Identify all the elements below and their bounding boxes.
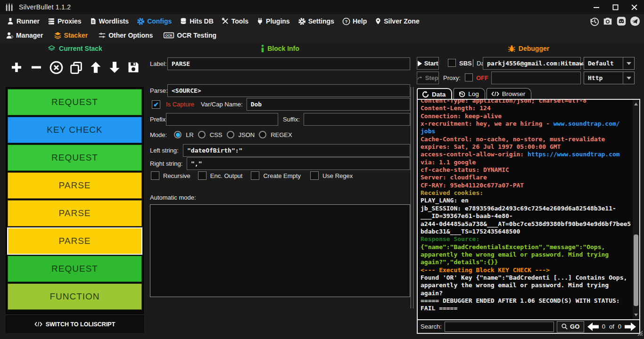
scroll-down-icon[interactable] — [633, 312, 639, 318]
menu-item-wordlists[interactable]: Wordlists — [90, 17, 129, 25]
scrollbar-thumb[interactable] — [634, 234, 638, 306]
log-line: ___ID=39367e61-baab-4e80- — [421, 212, 638, 220]
manager-icon — [6, 32, 14, 39]
sbs-checkbox[interactable] — [448, 59, 456, 67]
menu-item-settings[interactable]: Settings — [298, 17, 334, 25]
menu-item-label: Silver Zone — [384, 17, 419, 25]
step-button[interactable]: Step — [417, 72, 439, 84]
stack-block-4-parse[interactable]: PARSE — [8, 172, 142, 199]
right-string-input[interactable]: "," — [187, 157, 410, 170]
menu-item-configs[interactable]: Configs — [137, 17, 172, 25]
prev-match-button[interactable] — [587, 322, 599, 331]
database-icon — [180, 17, 187, 25]
start-button[interactable]: Start — [417, 57, 439, 70]
camera-icon[interactable] — [603, 16, 613, 26]
stack-toolbar — [5, 59, 145, 75]
mode-row: Mode: LR CSS JSON REGEX — [150, 131, 410, 138]
submenu-item-other-options[interactable]: Other Options — [98, 32, 153, 39]
log-scrollbar[interactable] — [633, 100, 639, 319]
left-string-input[interactable]: "dateOfBirth":" — [183, 144, 410, 157]
telegram-icon[interactable] — [630, 16, 640, 26]
menu-item-runner[interactable]: Runner — [7, 17, 40, 25]
menu-item-silver-zone[interactable]: Silver Zone — [375, 17, 419, 25]
log-line: jb_SESSION: e7893596ad2493c69c7254e2609d… — [421, 205, 638, 212]
prefix-input[interactable] — [166, 113, 278, 126]
maximize-button[interactable] — [611, 3, 619, 11]
use-regex-checkbox[interactable] — [310, 171, 319, 180]
stack-block-7-request[interactable]: REQUEST — [8, 256, 142, 282]
suffix-input[interactable] — [304, 113, 410, 126]
data-input[interactable]: parkj4556@gmail.com:Hitmawan — [483, 57, 581, 70]
menu-item-label: Plugins — [266, 17, 290, 25]
menu-item-label: Proxies — [58, 17, 82, 25]
submenu-item-stacker[interactable]: Stacker — [54, 32, 88, 39]
wordlist-type-select[interactable]: Default — [584, 57, 635, 70]
remove-icon[interactable] — [29, 60, 43, 74]
clone-icon[interactable] — [69, 61, 83, 74]
stack-block-8-function[interactable]: FUNCTION — [8, 283, 142, 310]
debugger-tabs: Data Log Browser — [417, 88, 531, 99]
next-match-button[interactable] — [624, 322, 636, 331]
stack-block-1-request[interactable]: REQUEST — [8, 89, 142, 115]
proxy-checkbox[interactable] — [465, 73, 473, 81]
move-down-icon[interactable] — [108, 61, 121, 74]
app-logo-icon — [5, 2, 15, 12]
menu-item-tools[interactable]: Tools — [222, 17, 248, 25]
proxy-input[interactable] — [491, 72, 581, 84]
stack-block-list: REQUESTKEY CHECKREQUESTPARSEPARSEPARSERE… — [6, 87, 144, 314]
search-input[interactable] — [445, 322, 554, 332]
stack-block-6-parse[interactable]: PARSE — [8, 228, 142, 254]
mode-radio-lr[interactable] — [174, 131, 182, 138]
scroll-up-icon[interactable] — [633, 101, 639, 107]
ocr-icon: OCR — [163, 32, 174, 39]
tab-label: Browser — [502, 90, 526, 97]
parse-input[interactable]: <SOURCE> — [167, 84, 410, 97]
menu-item-proxies[interactable]: Proxies — [48, 17, 82, 25]
mode-radio-regex[interactable] — [259, 131, 266, 138]
switch-to-loliscript-button[interactable]: SWITCH TO LOLISCRIPT — [6, 315, 144, 333]
stack-block-3-request[interactable]: REQUEST — [8, 145, 142, 171]
stack-block-5-parse[interactable]: PARSE — [8, 200, 142, 226]
log-line: access-control-allow-origin: https://www… — [421, 151, 638, 158]
mode-radio-json[interactable] — [227, 131, 234, 138]
tab-browser[interactable]: Browser — [487, 88, 532, 99]
code-icon — [34, 321, 42, 327]
svg-text:OCR: OCR — [165, 34, 173, 37]
resize-grip[interactable] — [637, 330, 643, 338]
add-icon[interactable] — [9, 60, 24, 74]
save-icon[interactable] — [127, 61, 140, 74]
menu-item-hits-db[interactable]: Hits DB — [180, 17, 214, 25]
label-input[interactable]: PARSE — [167, 57, 410, 70]
help-icon: ? — [342, 17, 350, 25]
varcap-input[interactable]: Dob — [247, 98, 410, 111]
stack-block-2-key-check[interactable]: KEY CHECK — [8, 117, 142, 143]
tab-data[interactable]: Data — [417, 88, 452, 99]
stack-block-label: PARSE — [58, 180, 91, 191]
divider — [473, 59, 473, 67]
switch-button-label: SWITCH TO LOLISCRIPT — [46, 321, 116, 328]
block-info-scrollbar[interactable] — [411, 87, 413, 308]
tab-log[interactable]: Log — [454, 88, 485, 99]
log-line: expires: Sat, 26 Jul 1997 05:00:00 GMT — [421, 143, 638, 151]
search-go-button[interactable]: GO — [557, 321, 584, 332]
move-up-icon[interactable] — [89, 61, 102, 74]
menu-item-plugins[interactable]: Plugins — [256, 17, 290, 25]
mode-radio-css[interactable] — [198, 131, 206, 138]
automatic-mode-textarea[interactable] — [150, 204, 410, 297]
recursive-checkbox[interactable] — [151, 171, 159, 180]
menu-item-help[interactable]: ? Help — [342, 17, 367, 25]
enc-output-checkbox[interactable] — [198, 171, 206, 180]
is-capture-checkbox[interactable] — [152, 100, 160, 109]
discord-icon[interactable] — [616, 16, 627, 26]
create-empty-checkbox[interactable] — [251, 171, 259, 180]
clear-icon[interactable] — [49, 60, 64, 75]
menu-item-label: Configs — [147, 17, 172, 25]
submenu-item-ocr-testing[interactable]: OCR OCR Testing — [163, 32, 216, 39]
step-icon — [417, 75, 423, 81]
submenu-item-manager[interactable]: Manager — [6, 32, 43, 39]
current-stack-header: Current Stack — [5, 44, 145, 53]
close-button[interactable] — [630, 3, 638, 11]
history-icon[interactable] — [589, 16, 599, 26]
minimize-button[interactable] — [592, 3, 601, 11]
proxy-type-select[interactable]: Http — [584, 72, 635, 84]
